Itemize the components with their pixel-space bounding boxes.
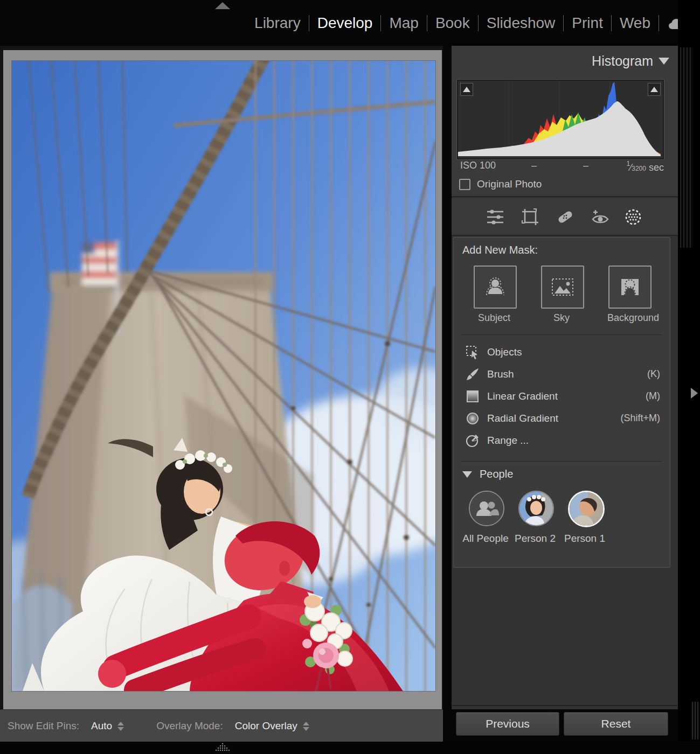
right-panel-collapse-arrow-icon[interactable] xyxy=(691,388,698,399)
all-people-avatar[interactable] xyxy=(469,491,504,526)
show-edit-pins-label: Show Edit Pins: xyxy=(8,720,79,732)
people-collapse-icon xyxy=(462,471,472,478)
histogram-title: Histogram xyxy=(592,53,653,69)
module-web[interactable]: Web xyxy=(612,15,659,32)
crop-tool-icon[interactable] xyxy=(521,207,540,227)
iso-value: ISO 100 xyxy=(460,160,496,171)
histogram-section: Histogram xyxy=(452,46,678,197)
show-edit-pins-stepper-icon[interactable] xyxy=(117,722,124,731)
overlay-mode-stepper-icon[interactable] xyxy=(303,722,309,731)
background-icon xyxy=(619,276,641,298)
sky-icon xyxy=(551,277,574,297)
highlight-clipping-button[interactable] xyxy=(648,83,661,96)
show-edit-pins-select[interactable]: Auto xyxy=(91,720,112,732)
person-2-label: Person 2 xyxy=(509,533,561,544)
mask-background-button[interactable] xyxy=(608,266,652,309)
top-panel-reveal-arrow-icon[interactable] xyxy=(215,2,230,9)
range-label: Range ... xyxy=(487,435,529,446)
histogram-collapse-icon xyxy=(659,58,669,65)
radial-gradient-icon xyxy=(466,411,480,425)
original-photo-checkbox[interactable] xyxy=(459,179,470,190)
highlight-clipping-triangle-icon xyxy=(650,87,658,92)
linear-gradient-label: Linear Gradient xyxy=(487,390,558,402)
right-scroll-ribs-bottom[interactable] xyxy=(692,702,699,739)
previous-button[interactable]: Previous xyxy=(456,712,559,736)
objects-label: Objects xyxy=(487,346,522,358)
objects-icon xyxy=(466,345,480,359)
basic-adjustments-icon[interactable] xyxy=(486,207,505,227)
focal-placeholder: – xyxy=(583,160,588,171)
histogram-plot[interactable] xyxy=(457,80,664,159)
shutter-speed-value: 1⁄3200 sec xyxy=(627,160,664,173)
aperture-placeholder: – xyxy=(531,160,537,171)
original-photo-label: Original Photo xyxy=(477,178,542,190)
shadow-clipping-button[interactable] xyxy=(460,83,473,96)
right-panel: Histogram xyxy=(452,46,678,709)
exif-readout: ISO 100 – – 1⁄3200 sec xyxy=(452,160,678,173)
mask-subject-button[interactable] xyxy=(474,266,517,309)
nav-separator xyxy=(659,15,659,31)
right-scroll-ribs-top[interactable] xyxy=(680,47,693,248)
person-1-avatar[interactable] xyxy=(568,491,605,527)
lightroom-develop-window: Library Develop Map Book Slideshow Print… xyxy=(0,0,700,754)
healing-tool-icon[interactable] xyxy=(556,207,575,227)
mask-sky-button[interactable] xyxy=(541,266,584,309)
module-slideshow[interactable]: Slideshow xyxy=(479,15,564,32)
shadow-clipping-triangle-icon xyxy=(463,87,470,92)
module-map[interactable]: Map xyxy=(381,15,426,32)
person-1-thumbnail xyxy=(570,492,603,526)
mask-sky-label: Sky xyxy=(540,312,583,324)
subject-icon xyxy=(484,276,507,298)
module-print[interactable]: Print xyxy=(564,15,611,32)
mask-subject-label: Subject xyxy=(473,312,516,324)
right-rail xyxy=(678,0,700,754)
original-photo-toggle[interactable]: Original Photo xyxy=(459,178,542,190)
people-group-icon xyxy=(470,492,503,525)
brush-icon xyxy=(466,367,480,381)
range-icon xyxy=(466,434,480,448)
masking-panel: Add New Mask: xyxy=(453,237,670,568)
people-title: People xyxy=(480,468,513,480)
radial-gradient-label: Radial Gradient xyxy=(487,413,558,424)
module-picker-bar: Library Develop Map Book Slideshow Print… xyxy=(0,0,700,46)
red-eye-tool-icon[interactable] xyxy=(591,207,610,227)
histogram-header[interactable]: Histogram xyxy=(592,53,669,69)
mask-tool-radial-gradient[interactable]: Radial Gradient (Shift+M) xyxy=(454,407,670,429)
bottom-panel-strip xyxy=(0,742,700,754)
mask-tool-objects[interactable]: Objects xyxy=(454,341,670,363)
reset-button[interactable]: Reset xyxy=(564,712,668,736)
brush-label: Brush xyxy=(487,368,514,380)
histogram-chart xyxy=(458,81,661,156)
person-1-label: Person 1 xyxy=(559,533,611,544)
masking-tool-icon[interactable] xyxy=(623,207,643,227)
overlay-mode-select[interactable]: Color Overlay xyxy=(235,720,297,732)
bottom-panel-reveal-dotted-arrow-icon[interactable] xyxy=(213,743,232,754)
mask-background-label: Background xyxy=(607,312,650,324)
person-2-thumbnail xyxy=(519,492,553,525)
module-book[interactable]: Book xyxy=(427,15,478,32)
wedding-photo-with-red-mask-overlay xyxy=(12,61,435,691)
all-people-label: All People xyxy=(460,533,511,544)
mask-tool-brush[interactable]: Brush (K) xyxy=(454,363,670,385)
photo-stage xyxy=(0,46,443,709)
panel-footer-divider xyxy=(452,705,678,706)
add-new-mask-label: Add New Mask: xyxy=(462,244,538,256)
tool-strip xyxy=(452,198,678,235)
photo-canvas[interactable] xyxy=(12,61,435,691)
mask-tool-range[interactable]: Range ... xyxy=(454,429,670,451)
module-nav: Library Develop Map Book Slideshow Print… xyxy=(246,0,691,46)
module-develop[interactable]: Develop xyxy=(309,15,381,32)
photo-stage-frame xyxy=(3,50,442,709)
mask-tool-linear-gradient[interactable]: Linear Gradient (M) xyxy=(454,385,670,407)
person-2-avatar[interactable] xyxy=(518,491,554,526)
module-library[interactable]: Library xyxy=(246,15,309,32)
develop-toolbar: Show Edit Pins: Auto Overlay Mode: Color… xyxy=(0,709,443,742)
people-section-header[interactable]: People xyxy=(462,468,513,480)
linear-gradient-icon xyxy=(466,389,480,403)
overlay-mode-label: Overlay Mode: xyxy=(156,720,223,732)
radial-gradient-shortcut: (Shift+M) xyxy=(620,413,660,424)
brush-shortcut: (K) xyxy=(647,368,660,380)
linear-gradient-shortcut: (M) xyxy=(646,390,660,402)
